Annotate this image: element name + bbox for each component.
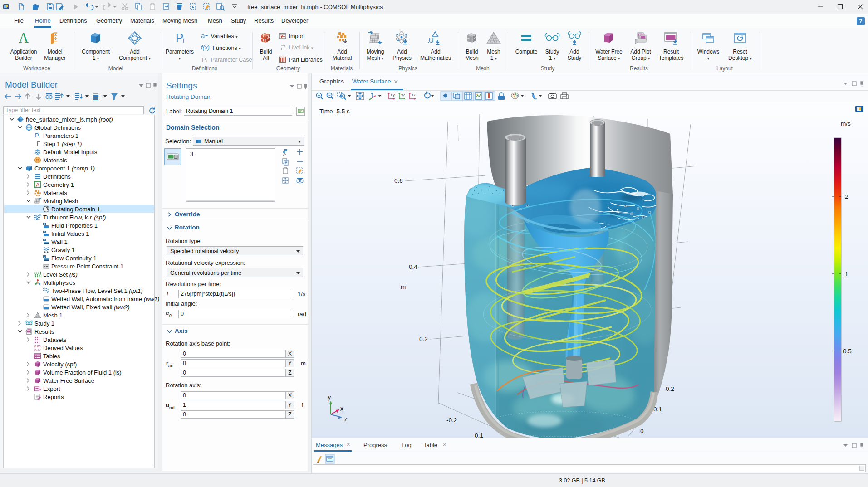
- svg-text:f(x): f(x): [201, 44, 210, 51]
- svg-text:xz: xz: [412, 93, 416, 97]
- svg-text:D: D: [44, 239, 45, 242]
- svg-text:y: y: [328, 394, 331, 401]
- svg-text:m/s: m/s: [841, 120, 851, 127]
- svg-text:0: 0: [640, 428, 644, 434]
- svg-text:0.2: 0.2: [666, 385, 674, 392]
- svg-text:A: A: [19, 31, 29, 45]
- svg-text:e-12: e-12: [34, 348, 41, 351]
- svg-text:=: =: [205, 34, 208, 39]
- svg-text:z: z: [344, 415, 348, 423]
- svg-text:0.1: 0.1: [475, 432, 483, 438]
- svg-text:-0.2: -0.2: [446, 417, 457, 424]
- svg-text:A: A: [36, 182, 39, 188]
- svg-text:U: U: [429, 36, 434, 44]
- svg-text:P: P: [176, 31, 183, 44]
- svg-text:P: P: [202, 56, 206, 63]
- svg-text:1: 1: [845, 271, 848, 278]
- svg-text:yz: yz: [401, 93, 406, 97]
- svg-text:i: i: [39, 134, 39, 139]
- svg-text:8.85: 8.85: [34, 345, 41, 348]
- svg-text:D: D: [44, 231, 45, 234]
- svg-text:D: D: [44, 255, 45, 258]
- svg-text:2: 2: [845, 193, 848, 200]
- svg-text:0.2: 0.2: [419, 336, 428, 342]
- svg-text:m: m: [401, 283, 406, 290]
- svg-text:0.4: 0.4: [409, 263, 417, 270]
- svg-text:x: x: [340, 405, 343, 412]
- svg-text:0.5: 0.5: [843, 348, 852, 355]
- svg-text:a: a: [201, 33, 205, 39]
- svg-text:i: i: [206, 58, 207, 63]
- svg-text:i: i: [183, 36, 184, 44]
- svg-text:D: D: [44, 223, 45, 225]
- svg-text:xy: xy: [391, 93, 395, 97]
- svg-text:0.6: 0.6: [394, 177, 403, 184]
